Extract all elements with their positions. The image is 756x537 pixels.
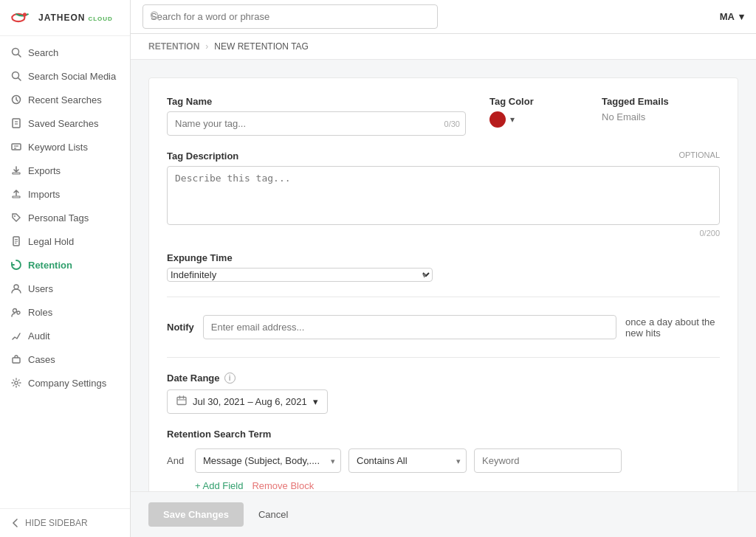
tag-description-textarea[interactable] — [167, 166, 720, 225]
field-select[interactable]: Message (Subject, Body,.... From To Subj… — [195, 448, 341, 473]
sidebar-item-roles[interactable]: Roles — [0, 300, 130, 324]
svg-rect-13 — [13, 173, 20, 174]
search-term-row: And Message (Subject, Body,.... From To … — [167, 448, 720, 473]
breadcrumb: RETENTION › NEW RETENTION TAG — [131, 34, 756, 60]
sidebar-item-label: Saved Searches — [28, 118, 98, 129]
svg-point-15 — [14, 215, 16, 217]
sidebar-item-imports[interactable]: Imports — [0, 182, 130, 206]
tags-icon — [10, 212, 22, 224]
condition-select[interactable]: Contains All Contains Any Does Not Conta… — [348, 448, 467, 473]
divider-2 — [167, 357, 720, 358]
date-range-info-icon[interactable]: i — [224, 373, 236, 384]
user-dropdown-icon: ▾ — [739, 11, 744, 22]
field-actions: + Add Field Remove Block — [167, 480, 720, 491]
sidebar-item-exports[interactable]: Exports — [0, 159, 130, 182]
retention-search-label: Retention Search Term — [167, 429, 720, 440]
sidebar-item-label: Search Social Media — [28, 71, 116, 82]
retention-search-term-section: Retention Search Term And Message (Subje… — [167, 429, 720, 491]
page-content: Tag Name 0/30 Tag Color ▾ Tagged Emails — [131, 60, 756, 491]
svg-point-20 — [14, 285, 18, 289]
sidebar-item-retention[interactable]: Retention — [0, 253, 130, 277]
sidebar-item-legal-hold[interactable]: Legal Hold — [0, 229, 130, 253]
sidebar-item-label: Users — [28, 283, 53, 294]
cancel-button[interactable]: Cancel — [251, 502, 295, 527]
remove-block-link[interactable]: Remove Block — [252, 480, 314, 491]
form-footer: Save Changes Cancel — [131, 491, 756, 537]
sidebar-item-company-settings[interactable]: Company Settings — [0, 371, 130, 395]
hide-sidebar-label: HIDE SIDEBAR — [25, 518, 88, 528]
tagged-emails-value: No Emails — [602, 111, 720, 122]
tag-name-input[interactable] — [167, 111, 466, 136]
sidebar: JATHEON CLOUD Search Search Social Media… — [0, 0, 131, 537]
date-picker-button[interactable]: Jul 30, 2021 – Aug 6, 2021 ▾ — [167, 389, 328, 414]
expunge-time-select[interactable]: Indefinitely 1 Year 2 Years 3 Years 5 Ye… — [167, 268, 433, 282]
sidebar-item-label: Audit — [28, 330, 50, 342]
sidebar-item-label: Retention — [28, 260, 72, 271]
tagged-emails-label: Tagged Emails — [602, 96, 720, 107]
svg-line-3 — [18, 55, 21, 58]
color-swatch[interactable] — [489, 111, 506, 128]
recent-icon — [10, 94, 22, 105]
notify-row: Notify once a day about the new hits — [167, 312, 720, 342]
svg-point-1 — [23, 13, 27, 16]
main-area: MA ▾ RETENTION › NEW RETENTION TAG Tag N… — [131, 0, 756, 537]
tag-description-label: Tag Description OPTIONAL — [167, 150, 720, 162]
search-input[interactable] — [142, 4, 438, 29]
tag-name-group: Tag Name 0/30 — [167, 96, 466, 136]
logo-icon — [10, 9, 34, 27]
exports-icon — [10, 164, 22, 176]
keyword-input[interactable] — [474, 448, 622, 473]
breadcrumb-current: NEW RETENTION TAG — [214, 41, 309, 52]
sidebar-item-personal-tags[interactable]: Personal Tags — [0, 206, 130, 229]
user-initials: MA — [720, 11, 735, 22]
sidebar-item-search-social-media[interactable]: Search Social Media — [0, 64, 130, 88]
tag-description-group: Tag Description OPTIONAL 0/200 — [167, 150, 720, 238]
breadcrumb-parent[interactable]: RETENTION — [148, 41, 199, 52]
date-range-dropdown-icon: ▾ — [313, 396, 318, 407]
tag-description-char-count: 0/200 — [167, 229, 720, 238]
sidebar-nav: Search Search Social Media Recent Search… — [0, 36, 130, 508]
sidebar-item-search[interactable]: Search — [0, 41, 130, 64]
sidebar-item-audit[interactable]: Audit — [0, 324, 130, 347]
field-select-wrapper: Message (Subject, Body,.... From To Subj… — [195, 448, 341, 473]
user-menu[interactable]: MA ▾ — [720, 11, 744, 22]
sidebar-item-keyword-lists[interactable]: Keyword Lists — [0, 135, 130, 159]
logo: JATHEON CLOUD — [0, 0, 130, 36]
sidebar-item-label: Imports — [28, 189, 60, 200]
date-range-section: Date Range i Jul 30, 2021 – Aug 6, 2021 … — [167, 373, 720, 414]
svg-point-22 — [17, 311, 20, 314]
color-dropdown-icon[interactable]: ▾ — [510, 114, 515, 125]
imports-icon — [10, 188, 22, 200]
sidebar-item-label: Cases — [28, 354, 55, 365]
sidebar-item-recent-searches[interactable]: Recent Searches — [0, 88, 130, 111]
brand-tagline: CLOUD — [88, 15, 112, 22]
topbar: MA ▾ — [131, 0, 756, 34]
search-icon — [10, 46, 22, 58]
keyword-icon — [10, 141, 22, 153]
tag-name-wrapper: 0/30 — [167, 111, 466, 136]
color-picker: ▾ — [489, 111, 578, 128]
svg-line-5 — [18, 78, 21, 81]
retention-icon — [10, 259, 22, 271]
expunge-time-group: Expunge Time Indefinitely 1 Year 2 Years… — [167, 252, 433, 282]
notify-email-input[interactable] — [203, 315, 616, 339]
conjunction-label: And — [167, 455, 188, 466]
svg-rect-27 — [177, 398, 186, 405]
divider-1 — [167, 297, 720, 297]
sidebar-item-users[interactable]: Users — [0, 277, 130, 300]
sidebar-item-label: Recent Searches — [28, 94, 102, 105]
notify-suffix-text: once a day about the new hits — [625, 316, 720, 339]
calendar-icon — [176, 395, 187, 408]
svg-rect-23 — [13, 358, 20, 363]
settings-icon — [10, 377, 22, 389]
sidebar-item-saved-searches[interactable]: Saved Searches — [0, 111, 130, 135]
add-field-link[interactable]: + Add Field — [195, 480, 243, 491]
sidebar-item-label: Search — [28, 47, 58, 58]
save-changes-button[interactable]: Save Changes — [148, 502, 244, 527]
search-bar-icon — [150, 10, 160, 23]
sidebar-item-cases[interactable]: Cases — [0, 347, 130, 371]
svg-rect-10 — [12, 144, 21, 150]
sidebar-item-label: Company Settings — [28, 378, 106, 389]
tag-name-label: Tag Name — [167, 96, 466, 107]
hide-sidebar-button[interactable]: HIDE SIDEBAR — [0, 508, 130, 537]
